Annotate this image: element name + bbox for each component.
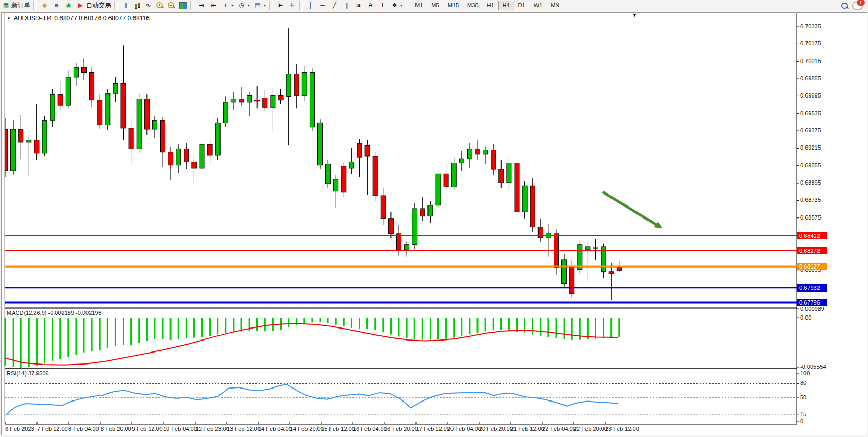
- time-axis-label[interactable]: 16 Feb 20:00: [384, 426, 418, 432]
- news-icon: ◉: [65, 2, 72, 9]
- time-axis-label[interactable]: 20 Feb 04:00: [447, 426, 481, 432]
- toolbar-separator: [114, 1, 118, 10]
- chevron-down-icon: ▾: [248, 3, 250, 8]
- time-axis-label[interactable]: 20 Feb 20:00: [479, 426, 513, 432]
- price-axis-tick: 0.70175: [800, 40, 821, 46]
- price-axis-tick: 0.69215: [800, 144, 821, 151]
- chart-shift-button[interactable]: ⇤: [207, 1, 219, 10]
- trendline-icon: ╱: [331, 2, 338, 9]
- price-axis-tick: 0.69055: [800, 162, 821, 168]
- horizontal-line-icon: ─: [319, 2, 326, 9]
- clock-icon: ◷: [238, 2, 246, 9]
- timeframe-m5-button[interactable]: M5: [427, 1, 443, 10]
- price-axis-tick: 0.69535: [800, 110, 821, 116]
- price-line-flag: 0.68127: [797, 263, 827, 270]
- time-axis-label[interactable]: 13 Feb 12:00: [227, 426, 261, 432]
- market-button[interactable]: ◆: [39, 1, 51, 10]
- horizontal-line-tool-button[interactable]: ─: [316, 1, 328, 10]
- zoom-out-button[interactable]: −: [166, 1, 177, 10]
- time-axis-label[interactable]: 22 Feb 04:00: [542, 426, 576, 432]
- time-axis-label[interactable]: 10 Feb 04:00: [163, 426, 197, 432]
- price-axis-tick: 0.68895: [800, 179, 821, 186]
- time-axis-label[interactable]: 8 Feb 04:00: [68, 426, 99, 432]
- candlestick-chart-icon: [133, 2, 140, 9]
- price-line-flag: 0.68412: [797, 232, 827, 239]
- price-axis-tick: 0.70015: [800, 58, 821, 64]
- timeframe-m30-button[interactable]: M30: [463, 1, 482, 10]
- auto-scroll-icon: ⇥: [198, 2, 205, 9]
- macd-axis-min: -0.005554: [800, 363, 826, 370]
- toolbar-separator: [406, 1, 409, 10]
- news-button[interactable]: ◉: [63, 1, 75, 10]
- time-axis-label[interactable]: 14 Feb 04:00: [258, 426, 292, 432]
- main-toolbar: ▦ 新订单 ◆ ☻ ◉ ▶ 自动交易 ||| ∿ + − ⇥: [0, 0, 868, 11]
- chevron-down-icon: ▾: [264, 3, 266, 8]
- toolbar-separator: [299, 1, 303, 10]
- timeframe-h4-button[interactable]: H4: [498, 1, 514, 10]
- time-axis-label[interactable]: 21 Feb 12:00: [510, 426, 544, 432]
- timeframe-w1-button[interactable]: W1: [530, 1, 547, 10]
- time-axis-label[interactable]: 14 Feb 20:00: [290, 426, 324, 432]
- bar-chart-button[interactable]: |||: [119, 1, 131, 10]
- price-line-flag: 0.67796: [797, 299, 827, 306]
- time-axis-label[interactable]: 15 Feb 12:00: [321, 426, 355, 432]
- signals-icon: ☻: [53, 2, 60, 9]
- time-axis-label[interactable]: 16 Feb 04:00: [353, 426, 387, 432]
- price-axis-tick: 0.70335: [800, 23, 821, 29]
- toolbar-separator: [33, 1, 37, 10]
- macd-indicator-label: MACD(12,26,9) -0.002189 -0.002198: [7, 310, 102, 316]
- search-icon[interactable]: [841, 2, 848, 9]
- autotrade-button[interactable]: ▶ 自动交易: [75, 1, 113, 10]
- time-axis-label[interactable]: 7 Feb 12:00: [37, 426, 68, 432]
- time-axis-label[interactable]: 22 Feb 20:00: [573, 426, 607, 432]
- cursor-tool-button[interactable]: ➤: [274, 1, 286, 10]
- toolbar-separator: [269, 1, 273, 10]
- signals-button[interactable]: ☻: [51, 1, 63, 10]
- scroll-to-end-marker[interactable]: ▼: [632, 13, 637, 18]
- rsi-axis-tick: 80: [800, 380, 806, 386]
- trendline-tool-button[interactable]: ╱: [328, 1, 340, 10]
- crosshair-tool-button[interactable]: ✛: [286, 1, 298, 10]
- timeframe-m1-button[interactable]: M1: [411, 1, 427, 10]
- auto-scroll-button[interactable]: ⇥: [195, 1, 207, 10]
- rsi-axis-tick: 15: [800, 411, 806, 417]
- templates-button[interactable]: ▤ ▾: [252, 1, 268, 10]
- time-axis-label[interactable]: 12 Feb 23:00: [195, 426, 229, 432]
- timeframe-h1-button[interactable]: H1: [482, 1, 498, 10]
- line-chart-button[interactable]: ∿: [142, 1, 154, 10]
- toolbar-separator: [190, 1, 194, 10]
- time-axis-label[interactable]: 8 Feb 20:00: [101, 426, 131, 432]
- price-line-flag: 0.68272: [797, 247, 827, 254]
- candlestick-chart-button[interactable]: [131, 1, 142, 10]
- chat-icon[interactable]: 1: [852, 2, 863, 10]
- line-chart-icon: ∿: [144, 2, 152, 9]
- zoom-out-icon: −: [168, 2, 175, 9]
- zoom-in-button[interactable]: +: [154, 1, 166, 10]
- chart-shift-icon: ⇤: [210, 2, 217, 9]
- chart-canvas[interactable]: [2, 13, 867, 435]
- shapes-icon: ❖: [390, 2, 398, 9]
- time-axis-label[interactable]: 9 Feb 12:00: [132, 426, 163, 432]
- chevron-down-icon: ▾: [231, 3, 234, 8]
- timeframe-d1-button[interactable]: D1: [514, 1, 530, 10]
- periods-button[interactable]: ◷ ▾: [236, 1, 252, 10]
- shapes-tool-button[interactable]: ❖ ▾: [388, 1, 405, 10]
- indicators-button[interactable]: + ▾: [219, 1, 236, 10]
- tile-windows-button[interactable]: [177, 1, 189, 10]
- timeframe-mn-button[interactable]: MN: [546, 1, 564, 10]
- notification-badge: 1: [857, 0, 865, 6]
- time-axis-label[interactable]: 23 Feb 12:00: [605, 426, 639, 432]
- cursor-icon: ➤: [276, 2, 284, 9]
- vertical-line-icon: │: [307, 2, 314, 9]
- text-tool-button[interactable]: A: [364, 1, 376, 10]
- channel-tool-button[interactable]: ∥: [340, 1, 352, 10]
- fibonacci-icon: ≋: [354, 2, 362, 9]
- market-icon: ◆: [41, 2, 48, 9]
- fibonacci-tool-button[interactable]: ≋: [352, 1, 364, 10]
- timeframe-m15-button[interactable]: M15: [444, 1, 463, 10]
- text-label-tool-button[interactable]: T: [376, 1, 388, 10]
- time-axis-label[interactable]: 17 Feb 12:00: [416, 426, 450, 432]
- time-axis-label[interactable]: 6 Feb 2023: [5, 426, 34, 432]
- vertical-line-tool-button[interactable]: │: [304, 1, 316, 10]
- new-order-button[interactable]: ▦ 新订单: [0, 1, 32, 10]
